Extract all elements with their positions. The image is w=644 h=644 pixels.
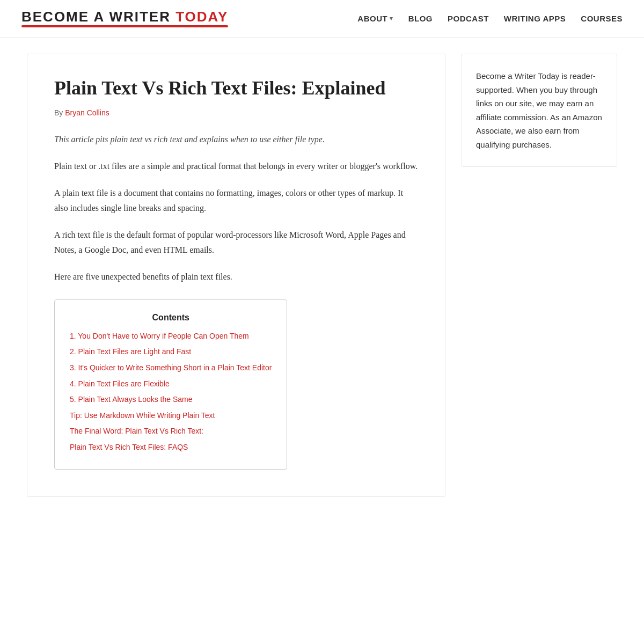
logo-text-red: TODAY xyxy=(175,9,228,25)
site-header: BECOME A WRITER TODAY ABOUT ▾ BLOG PODCA… xyxy=(0,0,644,38)
sidebar-disclaimer-text: Become a Writer Today is reader-supporte… xyxy=(476,69,603,151)
list-item: Tip: Use Markdown While Writing Plain Te… xyxy=(70,411,272,421)
author-prefix: By xyxy=(54,108,65,117)
list-item: Plain Text Vs Rich Text Files: FAQS xyxy=(70,442,272,453)
article-title: Plain Text Vs Rich Text Files: Explained xyxy=(54,76,418,101)
article-paragraph-4: Here are five unexpected benefits of pla… xyxy=(54,269,418,284)
table-of-contents: Contents 1. You Don't Have to Worry if P… xyxy=(54,299,287,470)
toc-link-final-word[interactable]: The Final Word: Plain Text Vs Rich Text: xyxy=(70,427,203,435)
toc-link-3[interactable]: 3. It's Quicker to Write Something Short… xyxy=(70,363,272,372)
article-body: Plain text or .txt files are a simple an… xyxy=(54,159,418,284)
page-wrapper: Plain Text Vs Rich Text Files: Explained… xyxy=(16,38,628,513)
list-item: 1. You Don't Have to Worry if People Can… xyxy=(70,331,272,342)
toc-title: Contents xyxy=(70,313,272,323)
toc-list: 1. You Don't Have to Worry if People Can… xyxy=(70,331,272,453)
nav-item-writing-apps[interactable]: WRITING APPS xyxy=(504,14,566,23)
article-paragraph-3: A rich text file is the default format o… xyxy=(54,228,418,258)
article-intro: This article pits plain text vs rich tex… xyxy=(54,132,418,147)
toc-link-4[interactable]: 4. Plain Text Files are Flexible xyxy=(70,379,170,388)
logo-underline-decoration xyxy=(21,25,228,27)
nav-item-podcast[interactable]: PODCAST xyxy=(448,14,489,23)
article-paragraph-2: A plain text file is a document that con… xyxy=(54,186,418,216)
toc-link-5[interactable]: 5. Plain Text Always Looks the Same xyxy=(70,395,193,404)
logo-text-black: BECOME A WRITER xyxy=(21,9,175,25)
nav-item-courses[interactable]: COURSES xyxy=(581,14,623,23)
sidebar: Become a Writer Today is reader-supporte… xyxy=(462,54,617,167)
toc-link-1[interactable]: 1. You Don't Have to Worry if People Can… xyxy=(70,332,249,340)
sidebar-disclaimer-box: Become a Writer Today is reader-supporte… xyxy=(462,54,617,167)
author-link[interactable]: Bryan Collins xyxy=(65,108,109,117)
site-logo[interactable]: BECOME A WRITER TODAY xyxy=(21,10,228,27)
list-item: 3. It's Quicker to Write Something Short… xyxy=(70,363,272,374)
main-nav: ABOUT ▾ BLOG PODCAST WRITING APPS COURSE… xyxy=(357,14,623,23)
nav-about-label: ABOUT xyxy=(357,14,387,23)
nav-item-blog[interactable]: BLOG xyxy=(408,14,433,23)
toc-link-faqs[interactable]: Plain Text Vs Rich Text Files: FAQS xyxy=(70,443,188,451)
toc-link-tip[interactable]: Tip: Use Markdown While Writing Plain Te… xyxy=(70,411,215,420)
chevron-down-icon: ▾ xyxy=(390,15,393,22)
list-item: The Final Word: Plain Text Vs Rich Text: xyxy=(70,426,272,437)
article-author-line: By Bryan Collins xyxy=(54,108,418,117)
nav-item-about[interactable]: ABOUT ▾ xyxy=(357,14,393,23)
article-container: Plain Text Vs Rich Text Files: Explained… xyxy=(27,54,445,497)
list-item: 5. Plain Text Always Looks the Same xyxy=(70,394,272,405)
article-paragraph-1: Plain text or .txt files are a simple an… xyxy=(54,159,418,174)
list-item: 4. Plain Text Files are Flexible xyxy=(70,379,272,390)
list-item: 2. Plain Text Files are Light and Fast xyxy=(70,347,272,357)
toc-link-2[interactable]: 2. Plain Text Files are Light and Fast xyxy=(70,347,191,356)
